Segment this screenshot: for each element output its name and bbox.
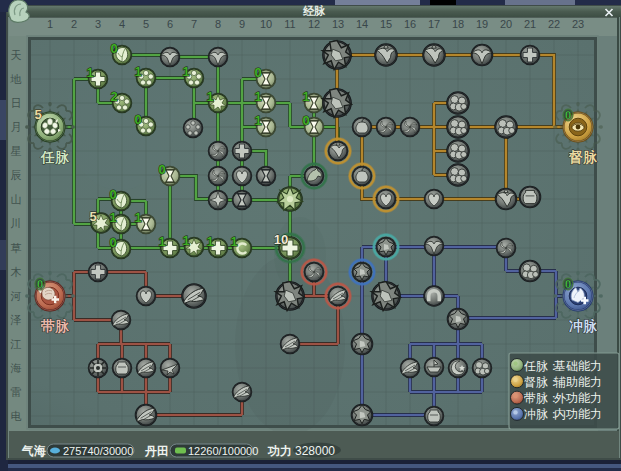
svg-text:月: 月 [11,121,22,133]
svg-text:3: 3 [95,18,101,30]
svg-text:10: 10 [274,232,288,247]
svg-text:1: 1 [158,234,165,249]
svg-text:丹田: 丹田 [144,444,169,458]
svg-text:草: 草 [11,242,22,254]
svg-text:外功能力: 外功能力 [554,391,602,405]
svg-text:0: 0 [109,187,116,202]
svg-text:1: 1 [206,89,213,104]
svg-text:1: 1 [134,210,141,225]
svg-text:山: 山 [11,193,22,205]
svg-text:8: 8 [215,18,221,30]
svg-text:1: 1 [182,233,189,248]
svg-text:5: 5 [89,209,96,224]
svg-text:海: 海 [11,362,22,374]
svg-text:冲脉: 冲脉 [569,318,598,334]
svg-text:泽: 泽 [11,314,22,326]
svg-text:基础能力: 基础能力 [554,359,602,373]
svg-text:9: 9 [239,18,245,30]
svg-text:1: 1 [182,64,189,79]
svg-text:河: 河 [11,290,22,302]
svg-text:任脉: 任脉 [40,149,70,165]
svg-text:5: 5 [34,107,41,122]
svg-text:星: 星 [11,145,22,157]
svg-text:2: 2 [71,18,77,30]
svg-text:木: 木 [11,266,22,278]
svg-text:1: 1 [134,64,141,79]
svg-text:雷: 雷 [11,386,22,398]
svg-text:12: 12 [308,18,320,30]
svg-text:6: 6 [167,18,173,30]
svg-text:16: 16 [404,18,416,30]
svg-text:20: 20 [500,18,512,30]
svg-text:辅助能力: 辅助能力 [554,375,602,389]
svg-text:经脉: 经脉 [302,4,326,17]
svg-text:10: 10 [260,18,272,30]
svg-text:19: 19 [476,18,488,30]
svg-text:江: 江 [10,338,22,350]
svg-text:电: 电 [11,410,22,422]
svg-text:22: 22 [548,18,560,30]
svg-text:13: 13 [332,18,344,30]
svg-text:21: 21 [524,18,536,30]
svg-text:7: 7 [191,18,197,30]
svg-text:天: 天 [11,49,22,61]
svg-text:18: 18 [452,18,464,30]
svg-text:15: 15 [380,18,392,30]
svg-text:14: 14 [356,18,368,30]
svg-text:12260/100000: 12260/100000 [188,445,258,457]
svg-text:4: 4 [119,18,125,30]
svg-text:5: 5 [143,18,149,30]
svg-text:0: 0 [158,162,165,177]
svg-text:督脉: 督脉 [568,149,598,165]
svg-text:1: 1 [254,113,261,128]
svg-text:川: 川 [11,217,22,229]
svg-text:1: 1 [302,89,309,104]
svg-text:11: 11 [284,18,295,30]
svg-text:17: 17 [428,18,440,30]
svg-text:带脉: 带脉 [40,318,70,334]
svg-text:0: 0 [565,278,571,290]
svg-text:辰: 辰 [11,169,22,181]
svg-text:0: 0 [254,65,261,80]
svg-text:内功能力: 内功能力 [554,407,602,421]
svg-text:0: 0 [134,112,141,127]
svg-text:0: 0 [110,41,117,56]
svg-text:328000: 328000 [295,444,335,458]
svg-text:1: 1 [206,234,213,249]
svg-text:1: 1 [86,65,93,80]
svg-text:0: 0 [302,113,309,128]
svg-text:功力: 功力 [267,444,292,458]
svg-text:地: 地 [10,73,22,85]
svg-text:2: 2 [110,89,117,104]
svg-text:1: 1 [254,89,261,104]
svg-text:1: 1 [47,18,53,30]
svg-text:23: 23 [572,18,584,30]
svg-text:0: 0 [37,278,43,290]
svg-text:气海: 气海 [21,444,46,458]
svg-text:0: 0 [565,109,571,121]
svg-text:275740/30000: 275740/30000 [63,445,133,457]
svg-text:0: 0 [109,235,116,250]
svg-text:日: 日 [11,97,22,109]
svg-text:1: 1 [109,210,116,225]
svg-text:1: 1 [230,234,237,249]
